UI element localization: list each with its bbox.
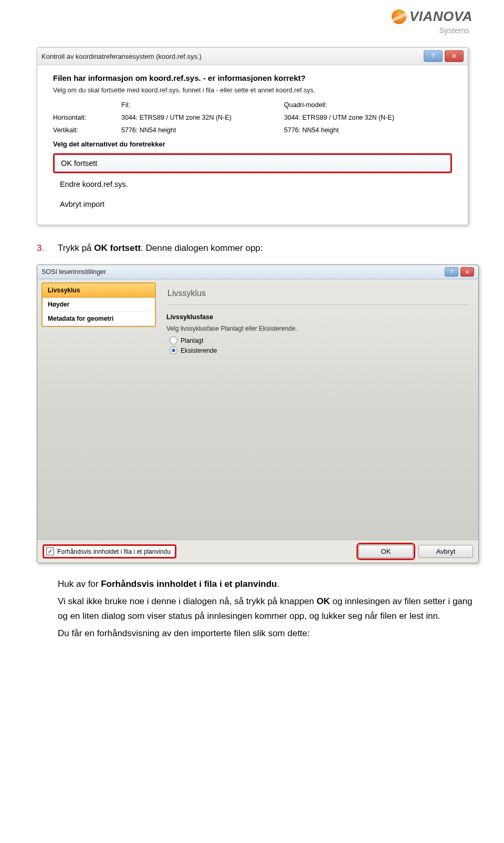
step-number: 3. [37,241,47,255]
brand-name: VIANOVA [410,8,472,25]
radio-icon [170,336,177,344]
cat-heights[interactable]: Høyder [43,298,155,312]
help-button[interactable]: ? [445,267,458,277]
ok-button-label: OK [381,547,391,555]
option-ok-continue-label: OK fortsett [61,159,97,167]
close-button[interactable]: ✕ [460,267,474,277]
col-file-header: Fil: [121,101,268,109]
instruction-preview-bold: Forhåndsvis innholdet i fila i et planvi… [101,579,277,589]
row-vertical-file: 5776: NN54 height [121,127,268,134]
dialog1-subtext: Velg om du skal fortsette med koord.ref.… [53,87,452,94]
col-model-header: Quadri-modell: [284,101,431,109]
instruction-preview-pre: Huk av for [58,579,101,589]
lifecycle-phase-heading: Livssyklusfase [166,313,469,321]
dialog1-choose-label: Velg det alternativet du foretrekker [53,140,452,148]
cat-heights-label: Høyder [48,301,69,308]
row-horizontal-model: 3044: ETRS89 / UTM zone 32N (N-E) [284,114,431,121]
row-horizontal-label: Horisontalt: [53,114,106,121]
help-button[interactable]: ? [424,50,443,62]
dialog1-titlebar[interactable]: Kontroll av koordinatreferansesystem (ko… [37,48,468,65]
dialog1-title: Kontroll av koordinatreferansesystem (ko… [41,52,424,60]
cancel-button[interactable]: Avbryt [418,545,473,558]
radio-existing-label: Eksisterende [181,347,217,354]
option-abort-import[interactable]: Avbryt import [53,195,452,213]
cat-geometry-metadata[interactable]: Metadata for geometri [43,312,155,326]
option-change-crs-label: Endre koord.ref.sys. [60,180,128,188]
close-button[interactable]: ✕ [445,50,464,62]
dialog2-category-list: Livssyklus Høyder Metadata for geometri [41,282,156,327]
brand-logo: VIANOVA Systems [392,8,472,35]
radio-icon [170,346,177,354]
radio-planned-label: Planlagt [181,337,203,344]
coord-check-dialog: Kontroll av koordinatreferansesystem (ko… [37,47,468,225]
dialog2-title: SOSI leserinnstillinger [41,268,445,276]
ok-button[interactable]: OK [359,545,413,558]
cat-lifecycle[interactable]: Livssyklus [43,283,155,298]
preview-checkbox-label: Forhåndsvis innholdet i fila i et planvi… [57,548,171,555]
row-horizontal-file: 3044: ETRS89 / UTM zone 32N (N-E) [121,114,268,121]
instruction-press-ok: Vi skal ikke bruke noe i denne i dialoge… [58,594,472,623]
lifecycle-phase-desc: Velg livssyklusfase Planlagt eller Eksis… [166,325,469,332]
instruction-preview-post: . [277,579,280,589]
cat-lifecycle-label: Livssyklus [48,287,80,294]
option-ok-continue[interactable]: OK fortsett [53,153,452,173]
option-abort-import-label: Avbryt import [60,200,104,208]
instruction-press-ok-bold: OK [317,596,330,606]
instruction-preview: Huk av for Forhåndsvis innholdet i fila … [58,577,472,591]
radio-planned[interactable]: Planlagt [170,336,469,344]
checkbox-icon: ✓ [46,547,54,555]
preview-checkbox-row[interactable]: ✓ Forhåndsvis innholdet i fila i et plan… [43,544,176,559]
cancel-button-label: Avbryt [436,547,456,555]
cat-geometry-metadata-label: Metadata for geometri [48,315,113,322]
dialog1-heading: Filen har informasjon om koord.ref.sys. … [53,73,452,82]
logo-ball-icon [392,9,406,24]
step-3: 3. Trykk på OK fortsett. Denne dialogen … [37,241,472,255]
sosi-reader-settings-dialog: SOSI leserinnstillinger ? ✕ Livssyklus H… [37,265,479,563]
radio-existing[interactable]: Eksisterende [170,346,469,354]
instruction-preview-result: Du får en forhåndsvisning av den importe… [58,626,472,640]
option-change-crs[interactable]: Endre koord.ref.sys. [53,175,452,193]
dialog2-panel-heading: Livssyklus [166,283,469,305]
step-text-pre: Trykk på [58,243,94,253]
step-text-bold: OK fortsett [94,243,141,253]
row-vertical-model: 5776: NN54 height [284,127,431,134]
step-text-post: . Denne dialogen kommer opp: [141,243,262,253]
instruction-press-ok-a: Vi skal ikke bruke noe i denne i dialoge… [58,596,317,606]
dialog2-titlebar[interactable]: SOSI leserinnstillinger ? ✕ [37,265,478,279]
row-vertical-label: Vertikalt: [53,127,106,134]
step-text: Trykk på OK fortsett. Denne dialogen kom… [58,241,472,255]
brand-subtitle: Systems [392,26,472,35]
